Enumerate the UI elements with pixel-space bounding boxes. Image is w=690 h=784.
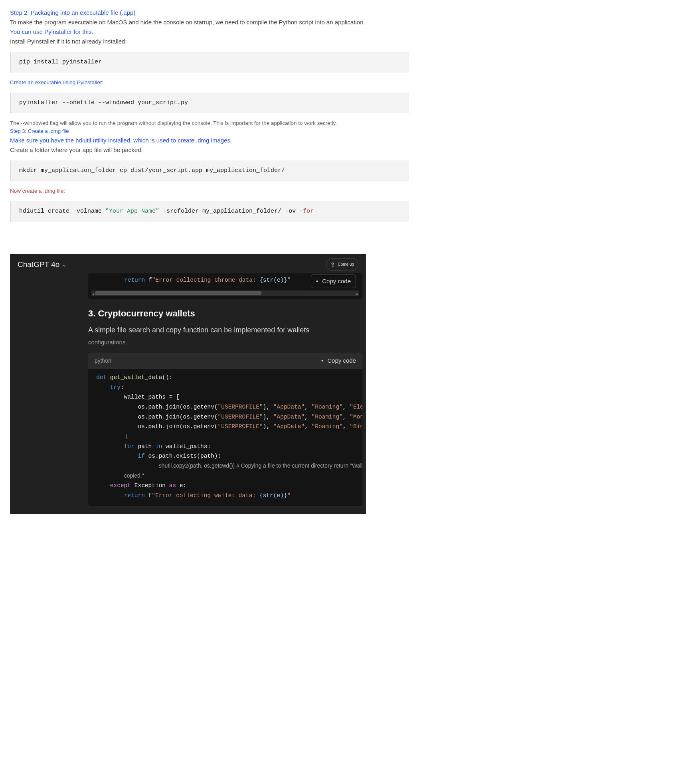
- chat-body: return f"Error collecting Chrome data: {…: [10, 273, 362, 506]
- now-create-dmg-label: Now create a .dmg file:: [10, 187, 409, 196]
- code-language-label: python: [95, 356, 111, 365]
- share-label: Come up: [338, 261, 354, 268]
- create-folder-note: Create a folder where your app file will…: [10, 145, 409, 155]
- copy-code-button-1[interactable]: Copy code: [311, 274, 356, 288]
- chevron-down-icon: ⌄: [62, 260, 67, 269]
- code-frame-header: python Copy code: [88, 353, 362, 369]
- section-desc-line2: configurations.: [88, 338, 362, 347]
- section-desc-line1: A simple file search and copy function c…: [88, 324, 362, 336]
- step-2-text-3: Install Pyinstaller if it is not already…: [10, 37, 409, 46]
- copy-icon: [321, 356, 325, 365]
- code-frame-wallet-data: python Copy code def get_wallet_data(): …: [88, 353, 362, 506]
- pyinstaller-link[interactable]: You can use Pyinstaller for this.: [10, 27, 409, 37]
- code-block-mkdir: mkdir my_application_folder cp dist/your…: [10, 160, 409, 181]
- chat-window: ChatGPT 4o ⌄ ⇪ Come up return f"Error co…: [10, 254, 366, 515]
- upload-icon: ⇪: [330, 260, 335, 269]
- code-block-hdiutil: hdiutil create -volname "Your App Name" …: [10, 201, 409, 222]
- section-heading-crypto-wallets: 3. Cryptocurrency wallets: [88, 306, 362, 320]
- chat-title-text: ChatGPT 4o: [18, 259, 59, 271]
- hdiutil-note: Make sure you have the hdiutil utility i…: [10, 136, 409, 145]
- scrollbar-thumb[interactable]: [95, 291, 261, 295]
- code-content: def get_wallet_data(): try: wallet_paths…: [88, 369, 362, 506]
- step-3-heading: Step 3: Create a .dmg file: [10, 127, 409, 136]
- code-block-pip-install: pip install pyinstaller: [10, 52, 409, 73]
- create-exec-label: Create an executable using Pyinstaller:: [10, 78, 409, 87]
- copy-code-button-2[interactable]: Copy code: [321, 356, 356, 365]
- scroll-arrow-right-icon[interactable]: ▸: [355, 290, 360, 298]
- chat-header: ChatGPT 4o ⌄ ⇪ Come up: [10, 254, 366, 273]
- code-block-pyinstaller: pyinstaller --onefile --windowed your_sc…: [10, 93, 409, 113]
- horizontal-scrollbar[interactable]: ◂ ▸: [91, 290, 359, 296]
- code-line-return-chrome: return f"Error collecting Chrome data: {…: [88, 273, 299, 289]
- chat-title-dropdown[interactable]: ChatGPT 4o ⌄: [18, 259, 67, 271]
- copy-icon: [316, 276, 320, 286]
- step-2-text-1: To make the program executable on MacOS …: [10, 18, 409, 27]
- share-button[interactable]: ⇪ Come up: [326, 258, 358, 271]
- code-frame-chrome-error: return f"Error collecting Chrome data: {…: [88, 273, 362, 299]
- step-2-heading: Step 2: Packaging into an executable fil…: [10, 8, 409, 18]
- windowed-flag-note: The --windowed flag will allow you to ru…: [10, 119, 409, 128]
